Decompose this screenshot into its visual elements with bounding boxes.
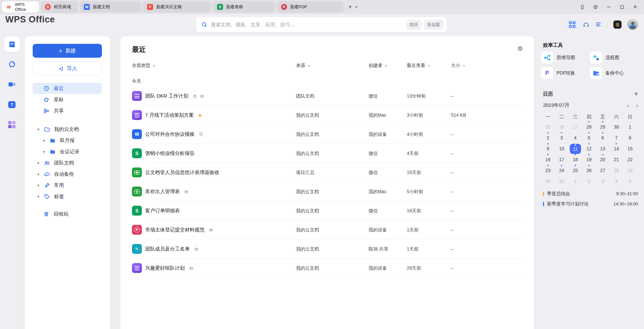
calendar-day[interactable]: 9 [542,143,554,154]
close-button[interactable]: ✕ [632,4,638,10]
calendar-day[interactable]: 26 [556,121,567,132]
tab-spreadsheet[interactable]: S新建表格 [213,1,275,13]
calendar-day[interactable]: 20 [597,154,608,165]
calendar-day[interactable]: 26 [583,165,595,176]
caret-right-icon[interactable] [36,172,40,176]
calendar-day[interactable]: 15 [625,143,636,154]
caret-right-icon[interactable] [36,184,40,187]
calendar-event[interactable]: 季度总结会9:30–11:00 [543,189,638,199]
calendar-day[interactable]: 24 [556,165,567,176]
calendar-day[interactable]: 28 [583,121,595,132]
new-document-button[interactable]: + 新建 [33,44,102,58]
tab-wps-logo[interactable]: WWPS Office [2,1,39,13]
table-row[interactable]: 库存出入管理表我的云文档我的Mac5小时前– [120,182,534,201]
rail-item-calendar[interactable]: 7 [4,97,20,112]
calendar-day[interactable]: 1 [570,176,581,187]
sidebar-tree-item[interactable]: 团队文档 [25,157,110,168]
calendar-day[interactable]: 31 [556,176,567,187]
calendar-day[interactable]: 1 [625,121,636,132]
search-tag[interactable]: 策划案 [424,20,443,30]
tool-backup-center[interactable]: 备份中心 [590,67,639,79]
calendar-day[interactable]: 4 [611,176,622,187]
rail-item-chat[interactable] [4,56,20,72]
calendar-day[interactable]: 16 [542,154,554,165]
calendar-day[interactable]: 3 [597,176,608,187]
gear-icon[interactable]: ⚙ [517,45,523,52]
sidebar-tree-item[interactable]: 会议记录 [25,146,110,157]
table-row[interactable]: S营销小组业绩分析报告我的云文档微信4天前– [120,144,534,163]
calendar-day[interactable]: 25 [570,165,581,176]
sidebar-tree-item[interactable]: 常用 [25,180,110,191]
calendar-day[interactable]: 5 [583,132,595,143]
calendar-day[interactable]: 13 [597,143,608,154]
calendar-day[interactable]: 6 [597,132,608,143]
calendar-day[interactable]: 21 [611,154,622,165]
calendar-day-selected[interactable]: 11 [570,144,581,154]
table-row[interactable]: ✎团队成员及分工名单我的云文档陈旭 共享1天前– [120,239,534,258]
caret-right-icon[interactable] [36,195,40,198]
search-bar[interactable]: 简历策划案 [196,17,447,32]
caret-right-icon[interactable] [42,150,46,154]
next-month-icon[interactable]: › [636,103,638,108]
calendar-day[interactable]: 25 [542,121,554,132]
tool-pdf-convert[interactable]: PPDF转换 [541,67,590,79]
workspace-cube-icon[interactable] [593,4,598,10]
filter-大小[interactable]: 大小 [451,63,466,69]
calendar-day[interactable]: 5 [625,176,636,187]
add-event-button[interactable]: + [634,90,638,98]
calendar-day[interactable]: 3 [556,132,567,143]
sidebar-item-trash[interactable]: 回收站 [33,208,102,220]
sidebar-item-clock[interactable]: 最近 [33,83,102,94]
calendar-day[interactable]: 7 [611,132,622,143]
table-row[interactable]: 团队 OKR 工作计划团队文档微信13分钟前– [120,86,534,105]
filter-创建者[interactable]: 创建者 [369,63,388,69]
table-row[interactable]: P市场主体登记提交材料规范我的云文档我的设备1天前– [120,220,534,239]
tool-mindmap[interactable]: 思维导图 [541,51,590,64]
calendar-day[interactable]: 19 [583,154,595,165]
filter-最近查看[interactable]: 最近查看 [407,63,431,69]
calendar-day[interactable]: 22 [625,154,636,165]
membership-badge-icon[interactable]: S [613,20,622,29]
caret-right-icon[interactable] [36,161,40,165]
headset-support-icon[interactable] [583,21,590,28]
tab-list-chevron-icon[interactable] [354,5,359,9]
calendar-day[interactable]: 30 [611,121,622,132]
tab-presentation[interactable]: P新建演示文稿 [143,1,211,13]
filter-全部类型[interactable]: 全部类型 [132,63,156,69]
new-tab-button[interactable]: + [348,3,352,11]
sidebar-tree-item[interactable]: 我的云文档 [25,124,110,135]
maximize-button[interactable] [619,4,625,10]
calendar-day[interactable]: 8 [625,132,636,143]
calendar-day[interactable]: 29 [597,121,608,132]
calendar-day[interactable]: 29 [625,165,636,176]
tab-docer[interactable]: D稻壳商城 [41,1,78,13]
calendar-day[interactable]: 23 [542,165,554,176]
table-row[interactable]: 7 月线下活动策划方案★我的云文档我的Mac3小时前514 KB [120,105,534,125]
calendar-day[interactable]: 2 [583,176,595,187]
tab-writer[interactable]: W新建文档 [80,1,141,13]
rail-item-apps[interactable] [4,117,20,133]
calendar-day[interactable]: 4 [570,132,581,143]
filter-来源[interactable]: 来源 [296,63,311,69]
sidebar-item-share[interactable]: 共享 [33,105,102,116]
sidebar-tree-item[interactable]: 标签 [25,191,110,202]
calendar-day[interactable]: 27 [597,165,608,176]
search-input[interactable] [211,22,403,27]
caret-right-icon[interactable] [42,139,46,142]
calendar-day[interactable]: 2 [542,132,554,143]
calendar-day[interactable]: 12 [583,143,595,154]
calendar-event[interactable]: 新季度学习计划讨论14:30–16:00 [543,199,638,209]
user-avatar[interactable] [627,19,638,30]
table-row[interactable]: W公司对外合作协议模板我的云文档我的设备4小时前– [120,125,534,144]
minimize-button[interactable] [606,4,612,10]
calendar-day[interactable]: 17 [556,154,567,165]
calendar-day[interactable]: 10 [556,143,567,154]
calendar-day[interactable]: 18 [570,154,581,165]
tool-flowchart[interactable]: 流程图 [590,51,639,64]
tab-pdf[interactable]: P新建PDF [277,1,344,13]
rail-item-meeting[interactable] [4,76,20,92]
import-button[interactable]: 导入 [33,62,102,75]
calendar-day[interactable]: 28 [611,165,622,176]
caret-down-icon[interactable] [36,128,40,131]
calendar-day[interactable]: 30 [542,176,554,187]
